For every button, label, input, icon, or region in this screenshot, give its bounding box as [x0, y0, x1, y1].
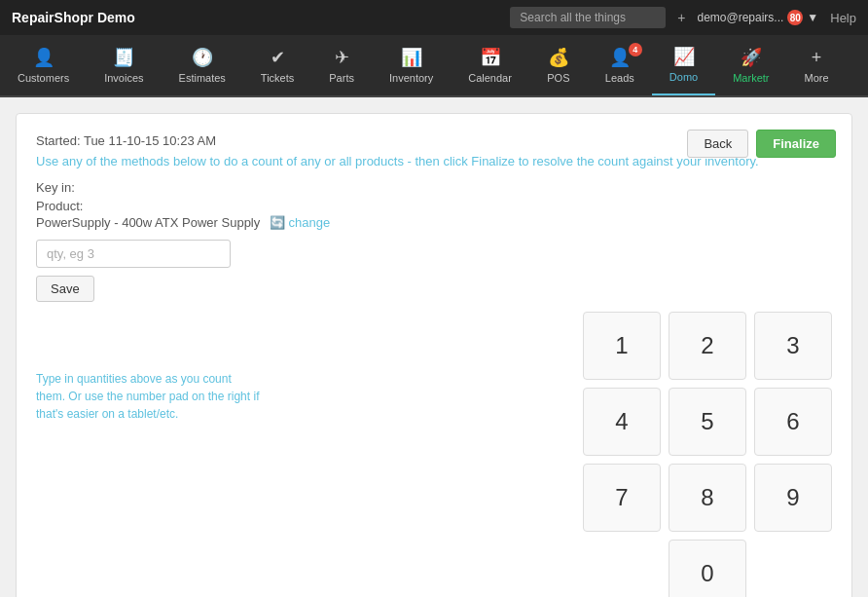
app-title: RepairShopr Demo — [12, 10, 135, 25]
nav-item-leads[interactable]: 👤 Leads 4 — [588, 35, 652, 95]
leads-icon: 👤 — [609, 47, 631, 68]
top-bar-right: + demo@repairs... 80 ▼ Help — [510, 7, 856, 28]
marketr-icon: 🚀 — [741, 47, 762, 68]
nav-label-pos: POS — [547, 72, 569, 84]
qty-input[interactable] — [36, 240, 231, 268]
nav-item-calendar[interactable]: 📅 Calendar — [451, 35, 529, 95]
nav-label-calendar: Calendar — [468, 72, 512, 84]
started-value: Tue 11-10-15 10:23 AM — [84, 133, 216, 148]
pos-icon: 💰 — [548, 47, 569, 68]
product-name: PowerSupply - 400w ATX Power Supply 🔄 ch… — [36, 215, 832, 230]
product-name-text: PowerSupply - 400w ATX Power Supply — [36, 215, 260, 230]
num-btn-2[interactable]: 2 — [669, 312, 746, 380]
nav-label-domo: Domo — [669, 71, 698, 83]
user-dropdown-icon[interactable]: ▼ — [807, 11, 818, 24]
nav-label-marketr: Marketr — [733, 72, 769, 84]
nav-item-more[interactable]: + More — [786, 35, 846, 95]
add-icon[interactable]: + — [677, 10, 685, 25]
numpad-grid: 1 2 3 4 5 6 7 8 9 0 — [583, 312, 832, 597]
content-row: Type in quantities above as you count th… — [36, 312, 832, 597]
nav-label-more: More — [804, 72, 828, 84]
nav-bar: 👤 Customers 🧾 Invoices 🕐 Estimates ✔ Tic… — [0, 35, 868, 97]
hint-text: Type in quantities above as you count th… — [36, 370, 260, 423]
card-actions: Back Finalize — [687, 130, 836, 158]
key-in-label: Key in: — [36, 180, 832, 195]
user-info: demo@repairs... 80 ▼ — [697, 10, 818, 25]
num-btn-3[interactable]: 3 — [754, 312, 832, 380]
nav-label-customers: Customers — [18, 72, 69, 84]
customers-icon: 👤 — [33, 47, 54, 68]
num-btn-9[interactable]: 9 — [754, 464, 832, 532]
change-link[interactable]: change — [289, 215, 331, 230]
main-content: Back Finalize Started: Tue 11-10-15 10:2… — [0, 97, 868, 597]
nav-label-parts: Parts — [329, 72, 354, 84]
nav-label-invoices: Invoices — [104, 72, 143, 84]
user-label: demo@repairs... — [697, 11, 783, 24]
nav-label-inventory: Inventory — [389, 72, 433, 84]
nav-item-tickets[interactable]: ✔ Tickets — [243, 35, 311, 95]
nav-item-customers[interactable]: 👤 Customers — [0, 35, 87, 95]
help-link[interactable]: Help — [830, 11, 856, 25]
nav-label-leads: Leads — [605, 72, 634, 84]
left-side: Type in quantities above as you count th… — [36, 312, 563, 597]
product-label: Product: — [36, 199, 832, 213]
top-bar: RepairShopr Demo + demo@repairs... 80 ▼ … — [0, 0, 868, 35]
calendar-icon: 📅 — [480, 47, 501, 68]
invoices-icon: 🧾 — [113, 47, 134, 68]
num-btn-1[interactable]: 1 — [583, 312, 661, 380]
nav-label-estimates: Estimates — [179, 72, 226, 84]
save-button[interactable]: Save — [36, 276, 94, 302]
user-badge: 80 — [787, 10, 803, 25]
num-btn-8[interactable]: 8 — [669, 464, 746, 532]
inventory-icon: 📊 — [401, 47, 422, 68]
estimates-icon: 🕐 — [192, 47, 213, 68]
nav-label-tickets: Tickets — [261, 72, 294, 84]
started-label: Started: — [36, 133, 81, 148]
num-btn-7[interactable]: 7 — [583, 464, 661, 532]
more-icon: + — [812, 48, 822, 68]
finalize-button[interactable]: Finalize — [756, 130, 836, 158]
numpad: 1 2 3 4 5 6 7 8 9 0 — [583, 312, 832, 597]
back-button[interactable]: Back — [687, 130, 748, 158]
domo-icon: 📈 — [673, 46, 695, 67]
nav-item-inventory[interactable]: 📊 Inventory — [372, 35, 451, 95]
nav-item-domo[interactable]: 📈 Domo — [652, 35, 715, 95]
nav-item-marketr[interactable]: 🚀 Marketr — [715, 35, 786, 95]
num-btn-5[interactable]: 5 — [669, 388, 746, 456]
num-btn-4[interactable]: 4 — [583, 388, 661, 456]
nav-item-pos[interactable]: 💰 POS — [529, 35, 588, 95]
parts-icon: ✈ — [335, 47, 349, 68]
num-btn-0[interactable]: 0 — [669, 540, 746, 597]
nav-item-parts[interactable]: ✈ Parts — [311, 35, 372, 95]
leads-badge: 4 — [629, 43, 642, 56]
nav-item-estimates[interactable]: 🕐 Estimates — [162, 35, 243, 95]
num-btn-6[interactable]: 6 — [754, 388, 832, 456]
search-input[interactable] — [510, 7, 666, 28]
tickets-icon: ✔ — [271, 47, 285, 68]
inventory-count-card: Back Finalize Started: Tue 11-10-15 10:2… — [16, 113, 852, 597]
nav-item-invoices[interactable]: 🧾 Invoices — [87, 35, 161, 95]
